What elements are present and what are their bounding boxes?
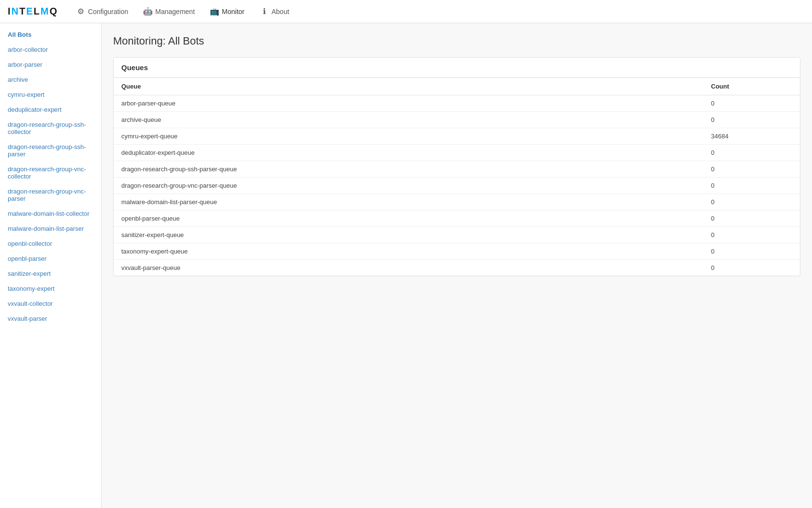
about-icon: ℹ [260, 7, 269, 16]
nav-monitor-label: Monitor [222, 8, 245, 15]
queue-count: 0 [703, 243, 800, 260]
queue-name: archive-queue [114, 112, 703, 128]
nav-about-label: About [272, 8, 290, 15]
table-row: cymru-expert-queue34684 [114, 128, 800, 145]
queue-count: 0 [703, 194, 800, 210]
queue-name: arbor-parser-queue [114, 95, 703, 112]
queue-name: vxvault-parser-queue [114, 260, 703, 276]
queue-name: deduplicator-expert-queue [114, 145, 703, 161]
sidebar-item-deduplicator-expert[interactable]: deduplicator-expert [0, 102, 101, 117]
sidebar-item-arbor-parser[interactable]: arbor-parser [0, 57, 101, 72]
queues-panel: Queues Queue Count arbor-parser-queue0ar… [113, 57, 800, 276]
queues-table: Queue Count arbor-parser-queue0archive-q… [114, 78, 800, 276]
queue-count: 34684 [703, 128, 800, 145]
table-row: deduplicator-expert-queue0 [114, 145, 800, 161]
table-row: dragon-research-group-vnc-parser-queue0 [114, 178, 800, 194]
nav-configuration-label: Configuration [88, 8, 128, 15]
queue-name: dragon-research-group-vnc-parser-queue [114, 178, 703, 194]
column-header-count: Count [703, 78, 800, 95]
queue-count: 0 [703, 227, 800, 243]
table-row: malware-domain-list-parser-queue0 [114, 194, 800, 210]
main-content: Monitoring: All Bots Queues Queue Count … [102, 23, 812, 508]
sidebar-item-dragon-ssh-parser[interactable]: dragon-research-group-ssh-parser [0, 139, 101, 162]
sidebar-item-vxvault-parser[interactable]: vxvault-parser [0, 311, 101, 326]
table-row: arbor-parser-queue0 [114, 95, 800, 112]
configuration-icon: ⚙ [76, 7, 85, 16]
sidebar-item-dragon-vnc-collector[interactable]: dragon-research-group-vnc-collector [0, 162, 101, 184]
table-row: openbl-parser-queue0 [114, 210, 800, 227]
table-row: taxonomy-expert-queue0 [114, 243, 800, 260]
queue-count: 0 [703, 260, 800, 276]
sidebar-item-malware-collector[interactable]: malware-domain-list-collector [0, 206, 101, 221]
sidebar-item-openbl-parser[interactable]: openbl-parser [0, 251, 101, 266]
app-logo: INTELMQ [8, 6, 58, 17]
table-header-row: Queue Count [114, 78, 800, 95]
sidebar-item-dragon-ssh-collector[interactable]: dragon-research-group-ssh-collector [0, 117, 101, 139]
sidebar-item-openbl-collector[interactable]: openbl-collector [0, 236, 101, 251]
queue-name: malware-domain-list-parser-queue [114, 194, 703, 210]
nav-items: ⚙ Configuration 🤖 Management 📺 Monitor ℹ… [70, 4, 296, 19]
queue-name: taxonomy-expert-queue [114, 243, 703, 260]
nav-configuration[interactable]: ⚙ Configuration [70, 4, 135, 19]
queue-name: sanitizer-expert-queue [114, 227, 703, 243]
sidebar-item-malware-parser[interactable]: malware-domain-list-parser [0, 221, 101, 236]
table-row: vxvault-parser-queue0 [114, 260, 800, 276]
column-header-queue: Queue [114, 78, 703, 95]
nav-management-label: Management [155, 8, 195, 15]
table-row: dragon-research-group-ssh-parser-queue0 [114, 161, 800, 178]
sidebar-item-arbor-collector[interactable]: arbor-collector [0, 42, 101, 57]
nav-management[interactable]: 🤖 Management [137, 4, 202, 19]
queue-count: 0 [703, 161, 800, 178]
queue-count: 0 [703, 178, 800, 194]
nav-about[interactable]: ℹ About [253, 4, 296, 19]
management-icon: 🤖 [144, 7, 152, 16]
monitor-icon: 📺 [210, 7, 219, 16]
table-row: sanitizer-expert-queue0 [114, 227, 800, 243]
sidebar-item-sanitizer-expert[interactable]: sanitizer-expert [0, 266, 101, 281]
page-title: Monitoring: All Bots [113, 35, 800, 47]
queue-name: dragon-research-group-ssh-parser-queue [114, 161, 703, 178]
queue-count: 0 [703, 210, 800, 227]
queue-name: cymru-expert-queue [114, 128, 703, 145]
queue-count: 0 [703, 95, 800, 112]
queue-name: openbl-parser-queue [114, 210, 703, 227]
sidebar-item-cymru-expert[interactable]: cymru-expert [0, 87, 101, 102]
sidebar-item-all-bots[interactable]: All Bots [0, 27, 101, 42]
sidebar-item-dragon-vnc-parser[interactable]: dragon-research-group-vnc-parser [0, 184, 101, 206]
sidebar-item-vxvault-collector[interactable]: vxvault-collector [0, 296, 101, 311]
nav-monitor[interactable]: 📺 Monitor [203, 4, 251, 19]
table-row: archive-queue0 [114, 112, 800, 128]
layout: All Bots arbor-collector arbor-parser ar… [0, 23, 812, 508]
queue-count: 0 [703, 145, 800, 161]
queue-count: 0 [703, 112, 800, 128]
topnav: INTELMQ ⚙ Configuration 🤖 Management 📺 M… [0, 0, 812, 23]
queues-panel-header: Queues [114, 58, 800, 78]
sidebar-item-archive[interactable]: archive [0, 72, 101, 87]
sidebar-item-taxonomy-expert[interactable]: taxonomy-expert [0, 281, 101, 296]
sidebar: All Bots arbor-collector arbor-parser ar… [0, 23, 102, 508]
